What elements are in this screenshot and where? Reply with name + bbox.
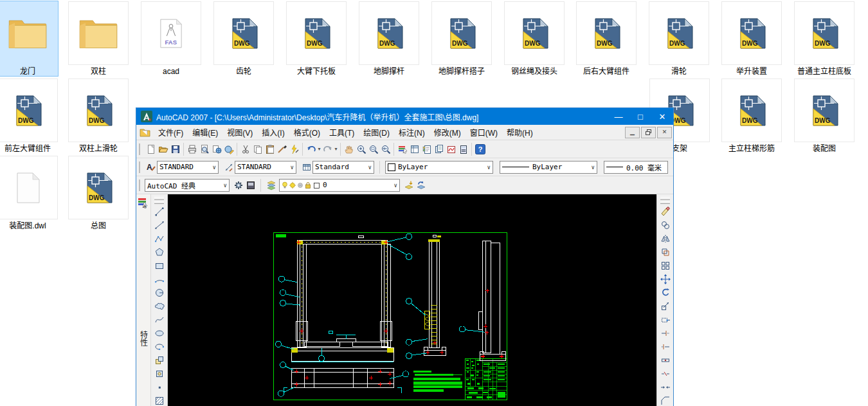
desktop-icon-dwg[interactable]: DWG 滑轮 xyxy=(649,1,709,76)
open-icon[interactable] xyxy=(157,142,169,156)
menu-draw[interactable]: 绘图(D) xyxy=(359,125,394,139)
new-icon[interactable] xyxy=(145,142,157,156)
arc-icon[interactable] xyxy=(153,272,165,286)
break-icon[interactable] xyxy=(659,367,671,380)
quick-select-icon[interactable] xyxy=(288,142,300,156)
pan-icon[interactable] xyxy=(343,142,355,156)
desktop-icon-dwg[interactable]: DWG 地脚撑杆搭子 xyxy=(431,1,492,76)
minimize-button[interactable]: — xyxy=(608,108,629,125)
desktop-icon-folder[interactable]: 龙门 xyxy=(0,1,58,76)
extend-icon[interactable] xyxy=(659,340,671,353)
chamfer-icon[interactable] xyxy=(659,394,671,406)
join-icon[interactable] xyxy=(659,380,671,394)
scale-icon[interactable] xyxy=(659,299,671,313)
ellipse-icon[interactable] xyxy=(153,326,165,340)
desktop-icon-dwg[interactable]: DWG 钢丝绳及接头 xyxy=(504,1,565,76)
save-icon[interactable] xyxy=(169,142,181,156)
doc-restore-button[interactable] xyxy=(641,127,656,138)
designcenter-icon[interactable] xyxy=(408,142,420,156)
line-icon[interactable] xyxy=(153,205,165,218)
drawing-canvas[interactable] xyxy=(168,194,656,406)
color-combo[interactable]: ByLayer∨ xyxy=(385,161,493,174)
erase-icon[interactable] xyxy=(659,205,671,218)
maximize-button[interactable]: □ xyxy=(629,108,651,125)
text-style-icon[interactable]: A xyxy=(145,160,157,174)
break-at-point-icon[interactable] xyxy=(659,353,671,367)
zoom-previous-icon[interactable] xyxy=(379,142,392,156)
lineweight-combo[interactable]: 0.00 毫米 xyxy=(604,161,668,174)
desktop-icon-dwg[interactable]: DWG 总图 xyxy=(68,156,129,230)
mirror-icon[interactable] xyxy=(659,232,671,245)
doc-close-button[interactable]: ✕ xyxy=(657,127,672,138)
tool-palettes-icon[interactable] xyxy=(420,142,433,156)
text-style-combo[interactable]: STANDARD∨ xyxy=(157,161,219,174)
copy-icon[interactable] xyxy=(251,142,264,156)
desktop-icon-dwg[interactable]: DWG 前左大臂组件 xyxy=(0,78,58,153)
calculator-icon[interactable] xyxy=(457,142,469,156)
etransmit-icon[interactable] xyxy=(222,142,235,156)
offset-icon[interactable] xyxy=(659,245,671,259)
rectangle-icon[interactable] xyxy=(153,259,165,272)
doc-minimize-button[interactable]: ▁ xyxy=(625,127,640,138)
menu-help[interactable]: 帮助(H) xyxy=(502,125,538,139)
toolbar-grip[interactable] xyxy=(139,143,143,155)
toolbar-grip[interactable] xyxy=(154,197,164,200)
hatch-icon[interactable] xyxy=(153,394,165,406)
save-workspace-icon[interactable] xyxy=(244,178,257,192)
desktop-icon-fas[interactable]: FAS acad xyxy=(141,1,201,76)
trim-icon[interactable] xyxy=(659,326,671,340)
redo-dropdown-icon[interactable]: ▾ xyxy=(334,146,338,152)
table-style-combo[interactable]: Standard∨ xyxy=(312,161,374,174)
plot-preview-icon[interactable] xyxy=(198,142,210,156)
make-block-icon[interactable] xyxy=(153,367,165,380)
menu-modify[interactable]: 修改(M) xyxy=(429,125,466,139)
desktop-icon-dwl[interactable]: 装配图.dwl xyxy=(0,156,58,230)
desktop-icon-dwg[interactable]: DWG 举升装置 xyxy=(721,1,782,76)
layer-previous-icon[interactable] xyxy=(415,178,427,192)
cut-icon[interactable] xyxy=(239,142,251,156)
move-icon[interactable] xyxy=(659,272,671,286)
sheet-set-manager-icon[interactable] xyxy=(433,142,445,156)
match-properties-icon[interactable] xyxy=(276,142,288,156)
ellipse-arc-icon[interactable] xyxy=(153,340,165,353)
desktop-icon-dwg[interactable]: DWG 地脚撑杆 xyxy=(359,1,419,76)
table-style-icon[interactable] xyxy=(300,160,312,174)
polygon-icon[interactable] xyxy=(153,245,165,259)
properties-icon[interactable] xyxy=(396,142,408,156)
layer-properties-manager-icon[interactable] xyxy=(265,178,277,192)
menu-tools[interactable]: 工具(T) xyxy=(325,125,359,139)
circle-icon[interactable] xyxy=(153,286,165,299)
menu-window[interactable]: 窗口(W) xyxy=(466,125,502,139)
insert-block-icon[interactable] xyxy=(153,353,165,367)
desktop-icon-dwg[interactable]: DWG 普通主立柱底板 xyxy=(794,1,854,76)
desktop-icon-dwg[interactable]: DWG 主立柱梯形筋 xyxy=(721,78,782,153)
copy-object-icon[interactable] xyxy=(659,218,671,232)
menu-edit[interactable]: 编辑(E) xyxy=(188,125,222,139)
plot-icon[interactable] xyxy=(186,142,198,156)
workspace-settings-gear-icon[interactable] xyxy=(232,178,244,192)
menu-insert[interactable]: 插入(I) xyxy=(257,125,289,139)
zoom-window-icon[interactable] xyxy=(367,142,379,156)
revision-cloud-icon[interactable] xyxy=(153,299,165,313)
menu-format[interactable]: 格式(O) xyxy=(289,125,325,139)
make-object-layer-current-icon[interactable] xyxy=(402,178,415,192)
desktop-icon-folder[interactable]: 双柱 xyxy=(68,1,129,76)
close-button[interactable]: ✕ xyxy=(651,108,673,125)
toolbar-grip[interactable] xyxy=(139,180,143,191)
rotate-icon[interactable] xyxy=(659,286,671,299)
markup-icon[interactable] xyxy=(445,142,457,156)
spline-icon[interactable] xyxy=(153,313,165,326)
redo-icon[interactable] xyxy=(321,142,334,156)
desktop-icon-dwg[interactable]: DWG 双柱上滑轮 xyxy=(68,78,129,153)
properties-palette-tab[interactable]: A 特性 xyxy=(136,194,151,406)
menu-file[interactable]: 文件(F) xyxy=(154,125,188,139)
point-icon[interactable] xyxy=(153,380,165,394)
undo-dropdown-icon[interactable]: ▾ xyxy=(317,146,321,152)
paste-icon[interactable] xyxy=(264,142,276,156)
desktop-icon-dwg[interactable]: DWG 装配图 xyxy=(794,78,854,153)
workspace-combo[interactable]: AutoCAD 经典∨ xyxy=(145,179,230,192)
polyline-icon[interactable] xyxy=(153,232,165,245)
help-icon[interactable]: ? xyxy=(474,142,486,156)
publish-icon[interactable] xyxy=(210,142,222,156)
construction-line-icon[interactable] xyxy=(153,218,165,232)
